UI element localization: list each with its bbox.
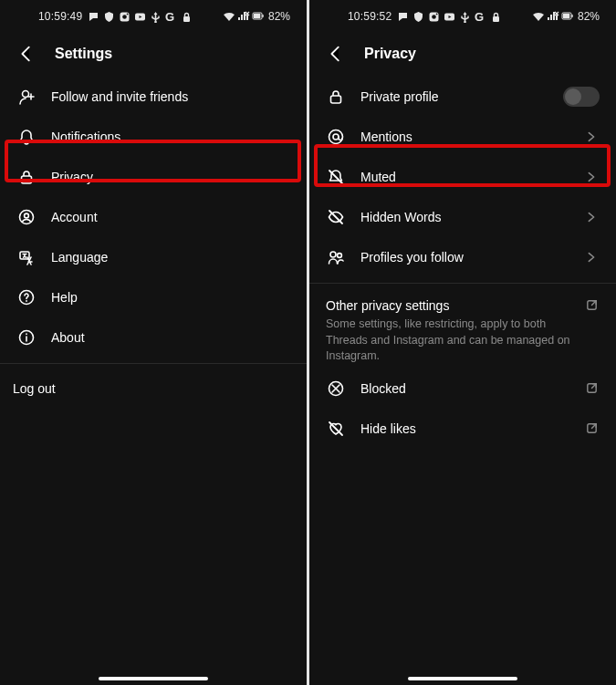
divider <box>309 283 616 284</box>
wifi-icon <box>223 10 235 23</box>
row-label: Language <box>51 250 290 265</box>
chevron-right-icon <box>583 211 600 223</box>
padlock-icon <box>490 11 502 23</box>
external-link-icon <box>583 381 600 395</box>
row-help[interactable]: Help <box>0 277 307 317</box>
shield-icon <box>412 11 424 23</box>
row-label: Hide likes <box>360 421 569 436</box>
chevron-right-icon <box>583 171 600 183</box>
at-icon <box>326 127 346 147</box>
section-title: Other privacy settings <box>326 298 600 313</box>
lock-icon <box>326 87 346 107</box>
signal-icon <box>237 10 250 23</box>
row-hidden-words[interactable]: Hidden Words <box>309 197 616 237</box>
screen-privacy: 10:59:52 82% Privacy Private profile M <box>309 0 616 685</box>
screen-settings: 10:59:49 82% Settings Follow and invite … <box>0 0 307 685</box>
muted-icon <box>326 167 346 187</box>
home-indicator[interactable] <box>99 677 208 680</box>
row-label: Hidden Words <box>360 210 569 224</box>
shield-icon <box>103 11 115 23</box>
row-about[interactable]: About <box>0 317 307 358</box>
row-label: Help <box>51 290 290 305</box>
header: Settings <box>0 29 307 77</box>
private-profile-toggle[interactable] <box>563 87 600 107</box>
row-muted[interactable]: Muted <box>309 157 616 197</box>
status-bar: 10:59:49 82% <box>0 0 307 29</box>
usb-icon <box>459 11 471 23</box>
row-label: Notifications <box>51 130 290 144</box>
chevron-right-icon <box>583 251 600 264</box>
profiles-icon <box>326 247 346 267</box>
help-icon <box>16 287 37 307</box>
back-button[interactable] <box>326 44 346 64</box>
section-subtitle: Some settings, like restricting, apply t… <box>326 317 600 365</box>
padlock-icon <box>181 11 193 23</box>
row-label: Account <box>51 210 290 224</box>
battery-icon <box>252 10 265 23</box>
youtube-icon <box>444 11 455 23</box>
bell-icon <box>16 127 37 147</box>
wifi-icon <box>532 10 545 23</box>
account-icon <box>16 207 37 227</box>
row-follow-invite[interactable]: Follow and invite friends <box>0 77 307 117</box>
row-notifications[interactable]: Notifications <box>0 117 307 157</box>
battery-pct: 82% <box>578 10 600 23</box>
row-label: Private profile <box>360 89 548 104</box>
row-account[interactable]: Account <box>0 197 307 237</box>
signal-icon <box>547 10 559 23</box>
privacy-list: Private profile Mentions Muted Hidden Wo… <box>309 77 616 449</box>
external-link-icon <box>583 421 600 435</box>
external-link-icon <box>585 298 600 313</box>
settings-list: Follow and invite friends Notifications … <box>0 77 307 408</box>
status-time: 10:59:49 <box>38 10 82 23</box>
instagram-icon <box>428 11 440 23</box>
row-label: About <box>51 330 290 345</box>
row-privacy[interactable]: Privacy <box>0 157 307 197</box>
youtube-icon <box>134 11 146 23</box>
row-blocked[interactable]: Blocked <box>309 368 616 409</box>
language-icon <box>16 247 37 267</box>
status-bar: 10:59:52 82% <box>309 0 616 29</box>
row-label: Profiles you follow <box>360 250 569 265</box>
follow-invite-icon <box>16 87 37 107</box>
header: Privacy <box>309 29 616 77</box>
chat-icon <box>88 11 99 23</box>
page-title: Settings <box>55 46 112 62</box>
battery-pct: 82% <box>268 10 290 23</box>
row-label: Muted <box>360 170 569 184</box>
row-profiles-you-follow[interactable]: Profiles you follow <box>309 237 616 277</box>
row-private-profile[interactable]: Private profile <box>309 77 616 117</box>
row-label: Privacy <box>51 170 290 184</box>
lock-icon <box>16 167 37 187</box>
chat-icon <box>397 11 409 23</box>
google-icon <box>475 11 486 23</box>
hidden-words-icon <box>326 207 346 227</box>
logout-button[interactable]: Log out <box>0 369 307 408</box>
row-label: Follow and invite friends <box>51 89 290 104</box>
back-button[interactable] <box>16 44 37 64</box>
divider <box>0 363 307 364</box>
row-mentions[interactable]: Mentions <box>309 117 616 157</box>
status-time: 10:59:52 <box>348 10 392 23</box>
info-icon <box>16 327 37 348</box>
row-language[interactable]: Language <box>0 237 307 277</box>
hide-likes-icon <box>326 419 346 439</box>
page-title: Privacy <box>364 46 416 62</box>
google-icon <box>165 11 177 23</box>
row-label: Mentions <box>360 130 569 144</box>
usb-icon <box>150 11 162 23</box>
other-privacy-section[interactable]: Other privacy settings Some settings, li… <box>309 289 616 368</box>
chevron-right-icon <box>583 130 600 143</box>
battery-icon <box>561 10 574 23</box>
blocked-icon <box>326 379 346 399</box>
row-hide-likes[interactable]: Hide likes <box>309 409 616 449</box>
instagram-icon <box>119 11 131 23</box>
row-label: Blocked <box>360 381 569 396</box>
home-indicator[interactable] <box>408 677 517 680</box>
